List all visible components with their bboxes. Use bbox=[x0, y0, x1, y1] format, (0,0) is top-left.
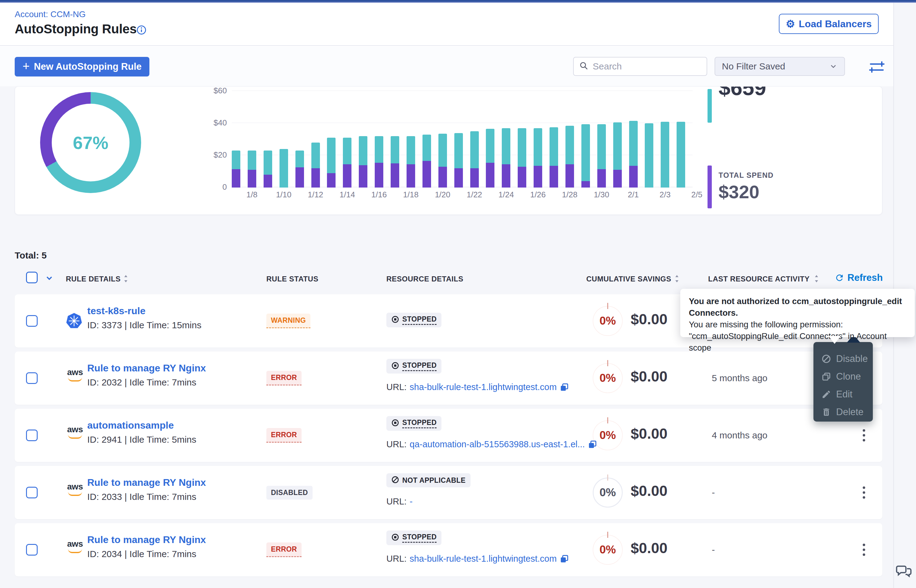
chat-help-icon[interactable] bbox=[895, 562, 912, 580]
savings-percent: 0% bbox=[599, 543, 616, 556]
stacked-bar bbox=[264, 150, 272, 187]
spend-savings-bar-chart: $60 $40 $20 0 1/81/101/121/141/161/181/2… bbox=[202, 87, 710, 215]
resource-status-badge: NOT APPLICABLE bbox=[386, 473, 471, 487]
sort-icon[interactable] bbox=[673, 274, 680, 283]
tooltip-line: You are not authorized to ccm_autostoppi… bbox=[689, 296, 906, 319]
savings-percent: 0% bbox=[599, 429, 616, 442]
search-input[interactable] bbox=[593, 61, 694, 71]
col-rule-details[interactable]: RULE DETAILS bbox=[66, 275, 121, 283]
y-axis-tick: 0 bbox=[202, 183, 227, 192]
stacked-bar bbox=[534, 128, 542, 187]
col-rule-status: RULE STATUS bbox=[266, 275, 319, 283]
resource-url-link[interactable]: sha-bulk-rule-test-1.lightwingtest.com bbox=[409, 554, 557, 564]
x-axis-tick: 1/26 bbox=[530, 190, 546, 199]
resource-details-cell: STOPPED URL: qa-automation-alb-515563988… bbox=[386, 409, 582, 462]
row-menu-kebab-icon[interactable] bbox=[857, 541, 871, 559]
select-all-checkbox[interactable] bbox=[26, 272, 38, 283]
stacked-bar bbox=[232, 150, 240, 187]
search-box[interactable] bbox=[573, 57, 707, 76]
cumulative-savings-cell: 0% bbox=[585, 409, 631, 462]
x-axis-tick: 1/24 bbox=[498, 190, 514, 199]
cumulative-savings-cell: 0% bbox=[585, 466, 631, 519]
rule-name-link[interactable]: Rule to manage RY Nginx bbox=[87, 477, 206, 488]
info-icon[interactable] bbox=[136, 25, 147, 36]
resource-details-cell: STOPPED bbox=[386, 294, 582, 347]
breadcrumb-account-link[interactable]: Account: CCM-NG bbox=[15, 10, 86, 19]
edit-menu-item[interactable]: Edit bbox=[821, 386, 873, 403]
stacked-bar bbox=[295, 150, 304, 187]
gear-icon: ⚙ bbox=[786, 19, 795, 29]
x-axis-tick: 1/8 bbox=[246, 190, 257, 199]
row-checkbox[interactable] bbox=[26, 372, 38, 384]
x-axis-tick: 1/16 bbox=[371, 190, 387, 199]
cumulative-savings-cell: 0% bbox=[585, 523, 631, 577]
row-checkbox[interactable] bbox=[26, 315, 38, 327]
rule-name-link[interactable]: automationsample bbox=[87, 420, 174, 431]
rule-meta: ID: 2033 | Idle Time: 7mins bbox=[87, 492, 196, 502]
row-context-menu: DisableCloneEditDelete bbox=[814, 342, 873, 422]
savings-value: $0.00 bbox=[631, 311, 667, 328]
copy-icon[interactable] bbox=[560, 383, 569, 392]
row-checkbox[interactable] bbox=[26, 544, 38, 556]
sort-icon[interactable] bbox=[813, 274, 820, 283]
resource-url-link[interactable]: sha-bulk-rule-test-1.lightwingtest.com bbox=[409, 382, 557, 392]
filter-panel-icon[interactable] bbox=[868, 59, 885, 75]
resource-url-link[interactable]: - bbox=[409, 496, 413, 507]
x-axis-labels: 1/81/101/121/141/161/181/201/221/241/261… bbox=[232, 190, 709, 202]
last-activity: 4 months ago bbox=[712, 430, 767, 441]
savings-value: $0.00 bbox=[631, 368, 667, 385]
resource-url: URL: qa-automation-alb-515563988.us-east… bbox=[386, 439, 597, 449]
row-checkbox[interactable] bbox=[26, 430, 38, 441]
stacked-bar bbox=[581, 124, 590, 187]
savings-value: $0.00 bbox=[631, 425, 667, 442]
row-menu-kebab-icon[interactable] bbox=[857, 483, 871, 502]
col-cumulative-savings[interactable]: CUMULATIVE SAVINGS bbox=[586, 275, 671, 283]
copy-icon[interactable] bbox=[560, 554, 569, 564]
rule-name-link[interactable]: test-k8s-rule bbox=[87, 305, 146, 317]
aws-icon: aws bbox=[66, 368, 84, 384]
rule-name-link[interactable]: Rule to manage RY Nginx bbox=[87, 534, 206, 546]
last-activity: 5 months ago bbox=[712, 373, 767, 383]
savings-percent: 0% bbox=[599, 486, 616, 499]
saved-filter-select[interactable]: No Filter Saved bbox=[715, 57, 845, 76]
row-menu-kebab-icon[interactable] bbox=[857, 426, 871, 444]
chevron-down-icon[interactable] bbox=[45, 273, 54, 284]
refresh-button[interactable]: Refresh bbox=[835, 272, 883, 283]
stacked-bar bbox=[565, 126, 574, 187]
new-autostopping-rule-button[interactable]: + New AutoStopping Rule bbox=[15, 57, 149, 76]
stacked-bar bbox=[311, 142, 320, 187]
resource-url: URL: - bbox=[386, 496, 413, 507]
resource-url-link[interactable]: qa-automation-alb-515563988.us-east-1.el… bbox=[409, 439, 585, 449]
row-checkbox[interactable] bbox=[26, 487, 38, 498]
savings-ring-tick bbox=[607, 360, 609, 366]
refresh-icon bbox=[835, 273, 844, 283]
load-balancers-button[interactable]: ⚙ Load Balancers bbox=[779, 14, 879, 34]
resource-status-badge: STOPPED bbox=[386, 313, 442, 327]
rule-meta: ID: 2034 | Idle Time: 7mins bbox=[87, 549, 196, 559]
delete-menu-item[interactable]: Delete bbox=[821, 403, 873, 421]
clone-menu-item[interactable]: Clone bbox=[821, 368, 873, 386]
x-axis-tick: 1/20 bbox=[435, 190, 450, 199]
rule-name-link[interactable]: Rule to manage RY Nginx bbox=[87, 362, 206, 374]
savings-percent: 0% bbox=[599, 372, 616, 384]
table-total-count: Total: 5 bbox=[15, 250, 47, 261]
last-activity: - bbox=[712, 544, 715, 555]
table-row: awsautomationsampleID: 2941 | Idle Time:… bbox=[15, 409, 882, 462]
rule-meta: ID: 3373 | Idle Time: 15mins bbox=[87, 320, 201, 330]
rule-status-badge: ERROR bbox=[266, 409, 301, 462]
page-header: Account: CCM-NG AutoStopping Rules ⚙ Loa… bbox=[0, 3, 916, 46]
sort-icon[interactable] bbox=[123, 274, 129, 283]
resource-details-cell: NOT APPLICABLE URL: - bbox=[386, 466, 582, 519]
resource-details-cell: STOPPED URL: sha-bulk-rule-test-1.lightw… bbox=[386, 352, 582, 405]
total-spend-label: TOTAL SPEND bbox=[719, 171, 774, 179]
load-balancers-label: Load Balancers bbox=[799, 18, 872, 30]
resource-status-badge: STOPPED bbox=[386, 416, 442, 431]
search-icon bbox=[579, 61, 588, 71]
new-rule-label: New AutoStopping Rule bbox=[34, 61, 142, 72]
stacked-bar bbox=[280, 149, 288, 187]
stacked-bar bbox=[470, 131, 479, 187]
resource-status-badge: STOPPED bbox=[386, 530, 442, 545]
toolbar: + New AutoStopping Rule No Filter Saved bbox=[0, 47, 916, 86]
donut-percent-label: 67% bbox=[73, 132, 108, 153]
col-last-resource-activity[interactable]: LAST RESOURCE ACTIVITY bbox=[708, 275, 809, 283]
